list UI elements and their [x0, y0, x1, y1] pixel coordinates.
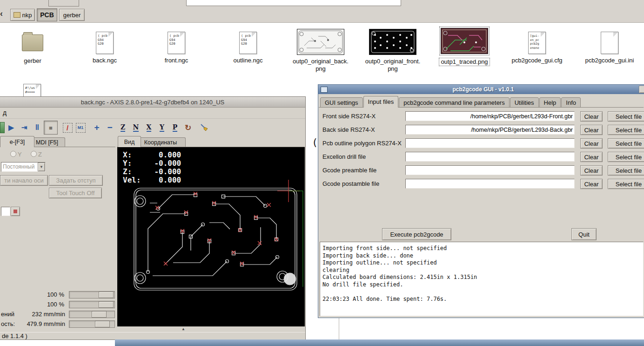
file-item-ini[interactable]: pcb2gcode_gui.ini: [575, 28, 644, 64]
slider-track[interactable]: [69, 291, 115, 299]
rotate-button[interactable]: ↻: [181, 121, 195, 134]
clear-button[interactable]: Clear: [580, 179, 603, 189]
file-item-outp1-traced-png[interactable]: outp1_traced.png: [429, 28, 499, 66]
axis-menu-fragment[interactable]: д: [3, 109, 7, 116]
clear-button[interactable]: Clear: [580, 165, 603, 176]
tab-utilities[interactable]: Utilities: [510, 97, 539, 108]
axis-titlebar[interactable]: back.ngc - AXIS 2.8.0-pre1-42-g7dbefb4 o…: [0, 97, 305, 108]
file-item-front-ngc[interactable]: ( pcb G94 G20 front.ngc: [141, 28, 211, 64]
background-window-titlebar[interactable]: [115, 339, 644, 346]
slider-track[interactable]: [69, 311, 115, 318]
axis-radio-z[interactable]: Z: [31, 151, 42, 158]
view-z-button[interactable]: Z: [116, 121, 129, 134]
slider-handle[interactable]: [92, 311, 107, 318]
preamble-input[interactable]: [405, 165, 575, 175]
zoom-out-button[interactable]: −: [103, 121, 116, 134]
select-file-button[interactable]: Select file: [608, 152, 644, 162]
gcode-file-icon: ( pcb G94 G20: [168, 32, 185, 54]
panel-icon-button[interactable]: [1, 207, 10, 216]
view-perspective-button[interactable]: P: [168, 121, 181, 134]
file-item-gerber-folder[interactable]: gerber: [0, 28, 67, 65]
tab-command-line-parameters[interactable]: pcb2gcode command line parameters: [399, 97, 510, 108]
axis-menubar[interactable]: д: [0, 107, 305, 118]
back-icon[interactable]: ‹: [0, 9, 3, 19]
file-item-outline-ngc[interactable]: ( pcb G94 G20 outline.ngc: [213, 28, 283, 64]
stop-button[interactable]: ■: [44, 121, 58, 135]
back-gerber-input[interactable]: [405, 125, 575, 135]
tab-coordinates[interactable]: Координаты: [135, 137, 186, 147]
background-fragment: (: [312, 136, 318, 148]
breadcrumb-nkp[interactable]: nkp: [10, 9, 35, 21]
partial-toolbar-icon[interactable]: [0, 121, 5, 134]
slider-track[interactable]: [69, 320, 115, 328]
folder-icon: [22, 34, 43, 51]
slider-track[interactable]: [69, 301, 115, 308]
tab-label: Координаты: [144, 139, 177, 146]
slider-handle[interactable]: [95, 321, 110, 327]
tab-input-files[interactable]: Input files: [363, 96, 399, 108]
slider-handle[interactable]: [99, 301, 114, 308]
step-icon: ⇥: [21, 123, 27, 132]
view-z-icon: Z: [121, 124, 125, 132]
pcb2gcode-titlebar[interactable]: pcb2gcode GUI - v1.0.1: [318, 85, 644, 94]
axis-radio-y[interactable]: Y: [10, 151, 22, 158]
tab-help[interactable]: Help: [539, 97, 561, 108]
axis-preview-canvas[interactable]: X: 0.000 Y: -0.000 Z: -0.000 Vel: 0.000: [117, 147, 305, 327]
panel-icon-button-2[interactable]: [11, 207, 20, 216]
breadcrumb-label: gerber: [63, 12, 81, 19]
view-y-button[interactable]: Y: [155, 121, 168, 134]
jog-speed-slider-row: ений 232 mm/min: [0, 311, 115, 319]
select-file-button[interactable]: Select file: [608, 179, 644, 189]
gcode-file-icon: ( pcb G94 G20: [239, 32, 257, 54]
breadcrumb-gerber[interactable]: gerber: [59, 9, 85, 21]
form-row-drill: Excellon drill file Clear Select file: [318, 151, 644, 163]
outline-input[interactable]: [405, 138, 575, 148]
execute-pcb2gcode-button[interactable]: Execute pcb2gcode: [382, 228, 451, 240]
slider-handle[interactable]: [99, 292, 114, 298]
view-x-button[interactable]: X: [142, 121, 155, 134]
select-file-button[interactable]: Select file: [608, 138, 644, 149]
optional-pause-button[interactable]: M1: [74, 121, 87, 134]
front-gerber-input[interactable]: [405, 111, 575, 121]
axis-statusbar: de 1.1.4 ): [0, 332, 305, 340]
zoom-in-button[interactable]: +: [90, 121, 103, 134]
step-button[interactable]: ⇥: [18, 121, 31, 134]
quit-button[interactable]: Quit: [571, 228, 597, 240]
clear-button[interactable]: Clear: [580, 152, 603, 162]
postamble-input[interactable]: [405, 179, 575, 189]
set-offset-button[interactable]: Задать отступ: [49, 175, 103, 186]
jog-mode-combo[interactable]: Постоянный ▼: [1, 162, 46, 172]
breadcrumb-pcb[interactable]: PCB: [37, 8, 57, 21]
select-file-button[interactable]: Select file: [608, 125, 644, 135]
pause-button[interactable]: ‖: [31, 121, 44, 134]
png-thumbnail-traced-icon: [441, 28, 488, 54]
scroll-up-icon[interactable]: ▲: [181, 327, 185, 331]
tab-preview[interactable]: Вид: [118, 136, 141, 147]
axis-toolbar: ▶ ⇥ ‖ ■ / M1 + − Z N X Y P ↻: [0, 118, 305, 136]
clear-button[interactable]: Clear: [580, 111, 603, 122]
console-output[interactable]: Importing front side... not specified Im…: [320, 242, 644, 316]
toggle-skip-lines-button[interactable]: /: [61, 121, 74, 134]
top-partial-entry[interactable]: [186, 0, 401, 6]
clear-plot-button[interactable]: [198, 121, 211, 134]
maximize-button[interactable]: [639, 86, 644, 93]
file-item-back-ngc[interactable]: ( pcb G94 G20 back.ngc: [70, 28, 140, 64]
top-partial-button[interactable]: [48, 0, 79, 7]
home-axis-button[interactable]: ти начало оси: [0, 175, 48, 186]
file-item-outp0-front-png[interactable]: outp0_original_front. png: [358, 28, 428, 73]
select-file-button[interactable]: Select file: [608, 111, 644, 122]
clear-button[interactable]: Clear: [580, 138, 603, 149]
select-file-button[interactable]: Select file: [608, 165, 644, 176]
gcode-file-icon: ( pcb G94 G20: [96, 32, 114, 54]
tab-info[interactable]: Info: [561, 97, 581, 108]
folder-mini-icon: [13, 12, 20, 18]
view-z-rotated-button[interactable]: N: [129, 121, 142, 134]
file-item-outp0-back-png[interactable]: outp0_original_back. png: [286, 28, 356, 73]
clear-button[interactable]: Clear: [580, 125, 603, 135]
file-item-cfg[interactable]: [gui- en_pc pcb2g enone pcb2gcode_gui.cf…: [502, 28, 572, 64]
tab-gui-settings[interactable]: GUI settings: [320, 97, 363, 108]
tab-manual-f3[interactable]: е-[F3]: [0, 136, 34, 147]
run-button[interactable]: ▶: [5, 121, 18, 134]
drill-input[interactable]: [405, 152, 575, 162]
tool-touch-off-button[interactable]: Tool Touch Off: [49, 188, 102, 198]
